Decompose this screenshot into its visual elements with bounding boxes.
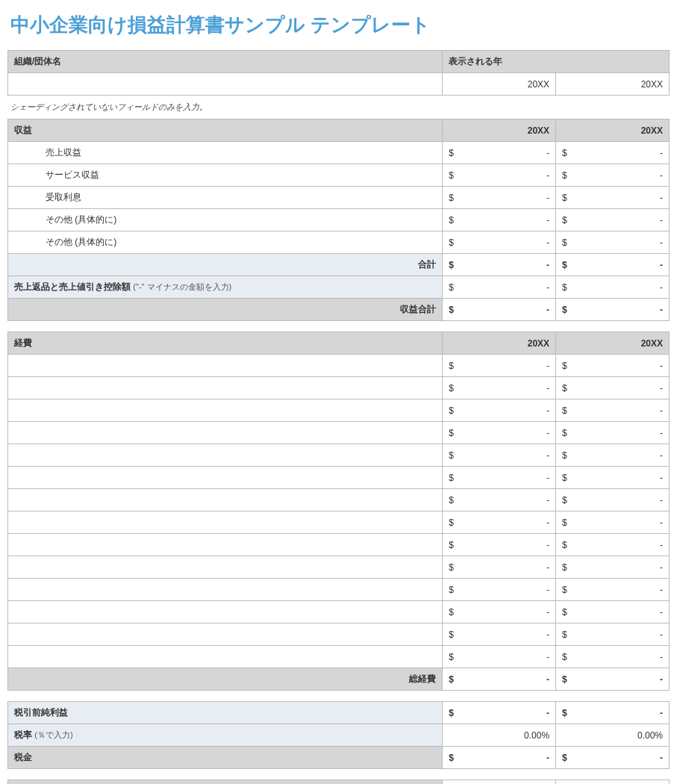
expense-item-y1-input[interactable]: $-	[443, 623, 556, 646]
expense-item-y2-input[interactable]: $-	[556, 467, 670, 489]
expenses-year2: 20XX	[556, 332, 670, 355]
net-table: 純収益 $- $-	[7, 780, 670, 784]
revenue-subtotal-y1: $-	[443, 254, 556, 276]
revenue-item-label[interactable]: 受取利息	[8, 187, 443, 209]
expense-item-y2-input[interactable]: $-	[556, 623, 670, 646]
revenue-item-label[interactable]: 売上収益	[8, 142, 443, 164]
taxrate-label: 税率 (％で入力)	[8, 724, 443, 747]
expense-item-label-input[interactable]	[8, 489, 443, 511]
expenses-subtotal-y2: $-	[556, 668, 670, 691]
expenses-year1: 20XX	[443, 332, 556, 355]
revenue-item-y2-input[interactable]: $-	[556, 231, 670, 254]
expense-item-y2-input[interactable]: $-	[556, 422, 670, 444]
revenue-item-label[interactable]: その他 (具体的に)	[8, 231, 443, 254]
revenue-item-label[interactable]: サービス収益	[8, 164, 443, 187]
expense-item-y2-input[interactable]: $-	[556, 399, 670, 422]
expense-item-y1-input[interactable]: $-	[443, 489, 556, 511]
revenue-item-y2-input[interactable]: $-	[556, 142, 670, 164]
revenue-total-label: 収益合計	[8, 299, 443, 321]
returns-note: ("-" マイナスの金額を入力)	[133, 282, 231, 291]
page-title: 中小企業向け損益計算書サンプル テンプレート	[10, 12, 670, 38]
expense-item-label-input[interactable]	[8, 377, 443, 399]
expense-item-label-input[interactable]	[8, 399, 443, 422]
expense-item-label-input[interactable]	[8, 579, 443, 601]
revenue-subtotal-y2: $-	[556, 254, 670, 276]
expense-item-y1-input[interactable]: $-	[443, 601, 556, 623]
returns-y2-input[interactable]: $-	[556, 276, 670, 299]
expense-item-y1-input[interactable]: $-	[443, 377, 556, 399]
revenue-year2: 20XX	[556, 119, 670, 142]
returns-y1-input[interactable]: $-	[443, 276, 556, 299]
revenue-item-y1-input[interactable]: $-	[443, 142, 556, 164]
revenue-subtotal-label: 合計	[8, 254, 443, 276]
revenue-item-label[interactable]: その他 (具体的に)	[8, 209, 443, 231]
expense-item-label-input[interactable]	[8, 646, 443, 668]
expense-item-y2-input[interactable]: $-	[556, 444, 670, 467]
year-header: 表示される年	[443, 51, 670, 73]
expenses-table: 経費 20XX 20XX $-$-$-$-$-$-$-$-$-$-$-$-$-$…	[7, 332, 670, 691]
revenue-item-y2-input[interactable]: $-	[556, 187, 670, 209]
expense-item-label-input[interactable]	[8, 534, 443, 556]
expense-item-y2-input[interactable]: $-	[556, 489, 670, 511]
expense-item-label-input[interactable]	[8, 601, 443, 623]
pretax-y1: $-	[443, 702, 556, 724]
instruction-note: シェーディングされていないフィールドのみを入力。	[10, 102, 670, 113]
org-name-input[interactable]	[8, 73, 443, 96]
expense-item-label-input[interactable]	[8, 556, 443, 579]
net-y1: $-	[443, 780, 556, 785]
expense-item-y2-input[interactable]: $-	[556, 579, 670, 601]
revenue-total-y1: $-	[443, 299, 556, 321]
expense-item-y1-input[interactable]: $-	[443, 556, 556, 579]
revenue-total-y2: $-	[556, 299, 670, 321]
returns-label-text: 売上返品と売上値引き控除額	[14, 281, 131, 292]
expense-item-y2-input[interactable]: $-	[556, 511, 670, 534]
pretax-label: 税引前純利益	[8, 702, 443, 724]
revenue-item-y2-input[interactable]: $-	[556, 164, 670, 187]
expense-item-y2-input[interactable]: $-	[556, 534, 670, 556]
expense-item-y2-input[interactable]: $-	[556, 355, 670, 377]
expense-item-label-input[interactable]	[8, 623, 443, 646]
expenses-subtotal-label: 総経費	[8, 668, 443, 691]
expense-item-y1-input[interactable]: $-	[443, 399, 556, 422]
revenue-year1: 20XX	[443, 119, 556, 142]
revenue-item-y1-input[interactable]: $-	[443, 187, 556, 209]
expense-item-y2-input[interactable]: $-	[556, 556, 670, 579]
taxrate-y2-input[interactable]: 0.00%	[556, 724, 670, 747]
expense-item-label-input[interactable]	[8, 467, 443, 489]
returns-label: 売上返品と売上値引き控除額 ("-" マイナスの金額を入力)	[8, 276, 443, 299]
expense-item-y1-input[interactable]: $-	[443, 355, 556, 377]
tax-y1: $-	[443, 747, 556, 769]
org-name-header: 組織/団体名	[8, 51, 443, 73]
taxrate-y1-input[interactable]: 0.00%	[443, 724, 556, 747]
expense-item-y1-input[interactable]: $-	[443, 444, 556, 467]
expense-item-y1-input[interactable]: $-	[443, 579, 556, 601]
revenue-item-y1-input[interactable]: $-	[443, 164, 556, 187]
expense-item-y1-input[interactable]: $-	[443, 534, 556, 556]
revenue-item-y1-input[interactable]: $-	[443, 231, 556, 254]
year2-input[interactable]: 20XX	[556, 73, 670, 96]
revenue-header: 収益	[8, 119, 443, 142]
expense-item-y1-input[interactable]: $-	[443, 511, 556, 534]
expense-item-label-input[interactable]	[8, 444, 443, 467]
expense-item-y2-input[interactable]: $-	[556, 601, 670, 623]
org-header-table: 組織/団体名 表示される年 20XX 20XX	[7, 50, 670, 96]
summary-table: 税引前純利益 $- $- 税率 (％で入力) 0.00% 0.00% 税金 $-…	[7, 701, 670, 769]
expenses-header: 経費	[8, 332, 443, 355]
expense-item-label-input[interactable]	[8, 355, 443, 377]
expense-item-label-input[interactable]	[8, 422, 443, 444]
revenue-item-y1-input[interactable]: $-	[443, 209, 556, 231]
expense-item-y2-input[interactable]: $-	[556, 646, 670, 668]
tax-y2: $-	[556, 747, 670, 769]
expense-item-y1-input[interactable]: $-	[443, 646, 556, 668]
expense-item-y1-input[interactable]: $-	[443, 467, 556, 489]
year1-input[interactable]: 20XX	[443, 73, 556, 96]
revenue-item-y2-input[interactable]: $-	[556, 209, 670, 231]
taxrate-note: (％で入力)	[34, 730, 72, 739]
net-y2: $-	[556, 780, 670, 785]
expenses-subtotal-y1: $-	[443, 668, 556, 691]
pretax-y2: $-	[556, 702, 670, 724]
expense-item-y1-input[interactable]: $-	[443, 422, 556, 444]
expense-item-y2-input[interactable]: $-	[556, 377, 670, 399]
tax-label: 税金	[8, 747, 443, 769]
expense-item-label-input[interactable]	[8, 511, 443, 534]
